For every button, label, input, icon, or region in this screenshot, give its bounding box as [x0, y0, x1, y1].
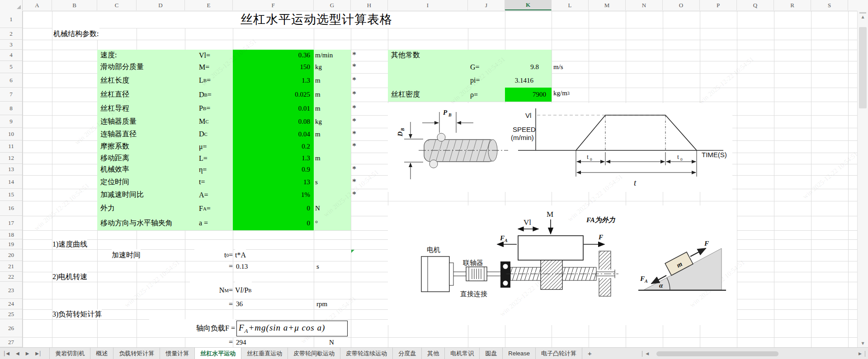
tab-nav-next-button[interactable]: ▶ [23, 348, 33, 359]
row-header-7[interactable]: 7 [0, 88, 22, 102]
row-header-25[interactable]: 25 [0, 309, 22, 319]
horizontal-scrollbar-track[interactable] [652, 351, 855, 356]
scroll-down-icon[interactable]: ▼ [858, 341, 868, 345]
column-header-B[interactable]: B [52, 0, 97, 10]
column-header-D[interactable]: D [137, 0, 185, 10]
param-label[interactable]: 移动方向与水平轴夹角 [100, 216, 184, 230]
param-value-cell[interactable]: 0.025 [234, 88, 312, 102]
tab-nav-first-button[interactable]: │◀ [0, 348, 13, 359]
param-symbol[interactable]: t= [199, 175, 233, 189]
param-symbol[interactable]: L= [199, 153, 233, 164]
row-header-15[interactable]: 15 [0, 189, 22, 201]
row-header-23[interactable]: 23 [0, 282, 22, 299]
sheet-tab-电子凸轮计算[interactable]: 电子凸轮计算 [536, 348, 582, 359]
param-value-cell[interactable]: 0.01 [234, 102, 312, 115]
calc-formula-lhs[interactable]: NM = [190, 282, 233, 299]
column-header-C[interactable]: C [97, 0, 137, 10]
inclined-plane-diagram[interactable]: m F F A α [632, 234, 734, 299]
sheet-tab-电机常识[interactable]: 电机常识 [445, 348, 480, 359]
row-header-26[interactable]: 26 [0, 319, 22, 337]
param-symbol[interactable]: M= [199, 61, 233, 73]
column-header-L[interactable]: L [552, 0, 589, 10]
calc-formula-rhs[interactable]: t*A [235, 249, 246, 261]
row-header-11[interactable]: 11 [0, 140, 22, 153]
row-header-24[interactable]: 24 [0, 299, 22, 309]
param-symbol[interactable]: DC [199, 128, 233, 140]
param-label[interactable]: 丝杠长度 [100, 73, 184, 88]
column-header-E[interactable]: E [185, 0, 233, 10]
sheet-tab-负载转矩计算[interactable]: 负载转矩计算 [113, 348, 160, 359]
row-header-20[interactable]: 20 [0, 249, 22, 261]
sheet-tab-其他[interactable]: 其他 [422, 348, 445, 359]
sheet-tab-分度盘[interactable]: 分度盘 [393, 348, 422, 359]
row-header-18[interactable]: 18 [0, 230, 22, 239]
param-symbol[interactable]: DB= [199, 88, 233, 102]
param-label[interactable]: 定位时间 [100, 175, 184, 189]
param-symbol[interactable]: FA= [199, 201, 233, 216]
row-header-17[interactable]: 17 [0, 216, 22, 230]
column-header-K[interactable]: K [505, 0, 552, 10]
column-header-R[interactable]: R [774, 0, 811, 10]
param-symbol[interactable]: PB= [199, 102, 233, 115]
param-value-cell[interactable]: 1.3 [234, 73, 312, 88]
param-symbol[interactable]: A= [199, 189, 233, 201]
param-symbol[interactable]: LB= [199, 73, 233, 88]
row-header-9[interactable]: 9 [0, 115, 22, 128]
row-header-14[interactable]: 14 [0, 175, 22, 189]
param-value-cell[interactable]: 1.3 [234, 153, 312, 164]
param-value-cell[interactable]: 0 [234, 201, 312, 216]
row-header-21[interactable]: 21 [0, 261, 22, 272]
column-header-N[interactable]: N [626, 0, 663, 10]
param-value-cell[interactable]: 0.9 [234, 164, 312, 175]
vertical-scrollbar[interactable]: ▲ ▼ [857, 11, 868, 347]
constant-value[interactable]: 9.8 [505, 61, 552, 73]
column-header-J[interactable]: J [468, 0, 505, 10]
calc-section3-heading[interactable]: 3)负荷转矩计算 [52, 309, 102, 319]
row-header-5[interactable]: 5 [0, 61, 22, 73]
param-label[interactable]: 丝杠导程 [100, 102, 184, 115]
row-header-13[interactable]: 13 [0, 164, 22, 175]
calc-result-value[interactable]: 294 [236, 337, 246, 347]
param-label[interactable]: 机械效率 [100, 164, 184, 175]
row-header-16[interactable]: 16 [0, 201, 22, 216]
row-header-8[interactable]: 8 [0, 102, 22, 115]
row-header-22[interactable]: 22 [0, 272, 22, 282]
constant-value[interactable]: 7900 [505, 88, 552, 102]
speed-profile-chart[interactable]: Vl SPEED (m/min) TIME(S) t 0 t 0 t [510, 103, 728, 193]
column-header-O[interactable]: O [663, 0, 700, 10]
calc-result-value[interactable]: 0.13 [236, 261, 248, 272]
row-header-12[interactable]: 12 [0, 153, 22, 164]
tab-nav-prev-button[interactable]: ◀ [13, 348, 23, 359]
drive-mechanism-diagram[interactable]: 电机 联轴器 直接连接 M V [389, 207, 644, 326]
column-header-F[interactable]: F [233, 0, 314, 10]
param-label[interactable]: 移动距离 [100, 153, 184, 164]
param-symbol[interactable]: MC [199, 115, 233, 128]
row-header-3[interactable]: 3 [0, 40, 22, 50]
calc-formula-lhs[interactable]: t0= [194, 249, 233, 261]
param-value-cell[interactable]: 0.36 [234, 50, 312, 61]
constant-symbol[interactable]: pi= [470, 73, 480, 88]
param-label[interactable]: 滑动部分质量 [100, 61, 184, 73]
row-header-2[interactable]: 2 [0, 28, 22, 40]
sheet-tab-丝杠垂直运动[interactable]: 丝杠垂直运动 [241, 348, 288, 359]
horizontal-scrollbar-thumb[interactable] [656, 351, 778, 356]
sheet-tab-丝杠水平运动[interactable]: 丝杠水平运动 [195, 348, 241, 359]
param-label[interactable]: 外力 [100, 201, 184, 216]
param-label[interactable]: 丝杠直径 [100, 88, 184, 102]
column-header-Q[interactable]: Q [737, 0, 774, 10]
screw-dimension-diagram[interactable]: D B P B [392, 105, 511, 191]
constants-header[interactable]: 其他常数 [391, 50, 420, 61]
scroll-up-icon[interactable]: ▲ [858, 15, 868, 19]
param-symbol[interactable]: η= [199, 164, 233, 175]
axial-load-label[interactable]: 轴向负载F = [149, 319, 235, 337]
column-header-M[interactable]: M [589, 0, 626, 10]
select-all-corner[interactable] [0, 0, 23, 10]
param-symbol[interactable]: a = [199, 216, 233, 230]
sheet-tab-皮带轮连续运动[interactable]: 皮带轮连续运动 [340, 348, 393, 359]
scrollbar-split-handle[interactable] [859, 12, 866, 14]
row-header-27[interactable]: 27 [0, 337, 22, 347]
axial-load-formula-box[interactable]: FA+mg(sin a+μ cos a) [236, 321, 348, 336]
row-header-4[interactable]: 4 [0, 50, 22, 61]
constant-value[interactable]: 3.1416 [505, 73, 552, 88]
constant-symbol[interactable]: G= [470, 61, 480, 73]
